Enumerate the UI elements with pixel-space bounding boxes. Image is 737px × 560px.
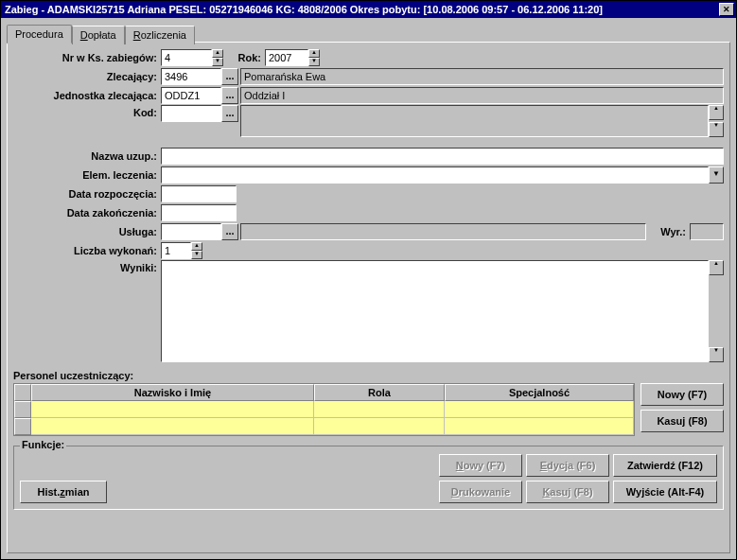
label-elem: Elem. leczenia: — [13, 169, 161, 181]
label-zlecajacy: Zlecający: — [13, 71, 161, 82]
scroll-up-icon[interactable]: ▲ — [709, 260, 724, 275]
wyniki-textarea[interactable] — [161, 260, 709, 362]
row-selector-header — [14, 384, 31, 401]
label-data-zak: Data zakończenia: — [13, 207, 161, 219]
kod-desc — [240, 105, 709, 137]
nr-input[interactable] — [161, 49, 212, 66]
close-button[interactable]: ✕ — [719, 3, 734, 16]
label-usluga: Usługa: — [13, 226, 161, 237]
nowy-button: Nowy (F7) — [439, 454, 522, 477]
zatwierdz-button[interactable]: Zatwierdź (F12) — [613, 454, 717, 477]
data-rozp-input[interactable] — [161, 185, 237, 202]
label-rok: Rok: — [223, 52, 265, 63]
scroll-down-icon[interactable]: ▼ — [709, 347, 724, 362]
window-title: Zabieg - ADAMSKI25715 Adriana PESEL: 052… — [3, 4, 719, 15]
personnel-nowy-button[interactable]: Nowy (F7) — [640, 383, 724, 406]
spin-down-icon[interactable]: ▼ — [191, 251, 202, 259]
cell-rola[interactable] — [314, 401, 445, 418]
cell-nazwisko[interactable] — [31, 418, 314, 435]
kasuj-button: Kasuj (F8) — [526, 481, 609, 503]
col-rola[interactable]: Rola — [314, 384, 445, 401]
elem-dropdown-button[interactable]: ▼ — [709, 166, 724, 184]
tab-doplata[interactable]: Dopłata — [72, 26, 125, 44]
rok-input[interactable] — [265, 49, 308, 66]
elem-input[interactable] — [161, 166, 709, 184]
window: Zabieg - ADAMSKI25715 Adriana PESEL: 052… — [0, 0, 737, 560]
titlebar: Zabieg - ADAMSKI25715 Adriana PESEL: 052… — [1, 1, 736, 18]
jednostka-lookup-button[interactable]: ... — [221, 87, 238, 104]
funkcje-group: Funkcje: Hist. zmian Nowy (F7) Edycja (F… — [13, 446, 724, 510]
table-row[interactable] — [14, 418, 634, 435]
personnel-grid[interactable]: Nazwisko i Imię Rola Specjalność — [13, 383, 635, 436]
hist-zmian-button[interactable]: Hist. zmian — [20, 481, 107, 503]
tab-rozliczenia[interactable]: Rozliczenia — [125, 26, 195, 44]
cell-spec[interactable] — [445, 418, 634, 435]
cell-spec[interactable] — [445, 401, 634, 418]
data-zak-input[interactable] — [161, 204, 237, 221]
label-nazwa: Nazwa uzup.: — [13, 150, 161, 162]
wyjscie-button[interactable]: Wyjście (Alt-F4) — [613, 481, 717, 503]
label-personel: Personel uczestniczący: — [13, 370, 724, 381]
usluga-lookup-button[interactable]: ... — [221, 223, 238, 240]
row-selector[interactable] — [14, 418, 31, 435]
tab-panel: Nr w Ks. zabiegów: ▲ ▼ Rok: ▲ ▼ Zlecając… — [7, 42, 730, 553]
spin-up-icon[interactable]: ▲ — [191, 242, 202, 251]
spin-up-icon[interactable]: ▲ — [212, 49, 223, 58]
col-spec[interactable]: Specjalność — [445, 384, 634, 401]
usluga-name — [240, 223, 646, 240]
drukowanie-button: Drukowanie — [439, 481, 522, 503]
usluga-code-input[interactable] — [161, 223, 221, 240]
personnel-kasuj-button[interactable]: Kasuj (F8) — [640, 410, 724, 432]
spin-down-icon[interactable]: ▼ — [212, 58, 223, 66]
label-data-rozp: Data rozpoczęcia: — [13, 188, 161, 200]
grid-header: Nazwisko i Imię Rola Specjalność — [14, 384, 634, 401]
client-area: Procedura Dopłata Rozliczenia Nr w Ks. z… — [1, 18, 736, 559]
rok-spinner[interactable]: ▲ ▼ — [308, 49, 320, 66]
cell-rola[interactable] — [314, 418, 445, 435]
jednostka-code-input[interactable] — [161, 87, 221, 104]
liczba-input[interactable] — [161, 242, 191, 259]
tab-strip: Procedura Dopłata Rozliczenia — [7, 24, 730, 43]
kod-input[interactable] — [161, 105, 221, 122]
label-nr: Nr w Ks. zabiegów: — [13, 52, 161, 63]
scroll-down-icon[interactable]: ▼ — [709, 122, 724, 137]
scroll-up-icon[interactable]: ▲ — [709, 105, 724, 120]
label-kod: Kod: — [13, 105, 161, 118]
jednostka-name — [240, 87, 724, 104]
tab-procedura[interactable]: Procedura — [7, 25, 72, 44]
liczba-spinner[interactable]: ▲ ▼ — [191, 242, 202, 259]
nr-spinner[interactable]: ▲ ▼ — [212, 49, 223, 66]
spin-down-icon[interactable]: ▼ — [308, 58, 320, 66]
label-wyniki: Wyniki: — [13, 260, 161, 273]
wyr-field — [690, 223, 724, 240]
edycja-button: Edycja (F6) — [526, 454, 609, 477]
kod-lookup-button[interactable]: ... — [221, 105, 238, 122]
zlecajacy-code-input[interactable] — [161, 68, 221, 85]
label-wyr: Wyr.: — [646, 226, 690, 237]
label-jednostka: Jednostka zlecająca: — [13, 90, 161, 101]
spin-up-icon[interactable]: ▲ — [308, 49, 320, 58]
col-nazwisko[interactable]: Nazwisko i Imię — [31, 384, 314, 401]
table-row[interactable] — [14, 401, 634, 418]
zlecajacy-name — [240, 68, 724, 85]
label-funkcje: Funkcje: — [20, 439, 66, 450]
zlecajacy-lookup-button[interactable]: ... — [221, 68, 238, 85]
nazwa-input[interactable] — [161, 148, 724, 165]
row-selector[interactable] — [14, 401, 31, 418]
cell-nazwisko[interactable] — [31, 401, 314, 418]
label-liczba: Liczba wykonań: — [13, 245, 161, 256]
